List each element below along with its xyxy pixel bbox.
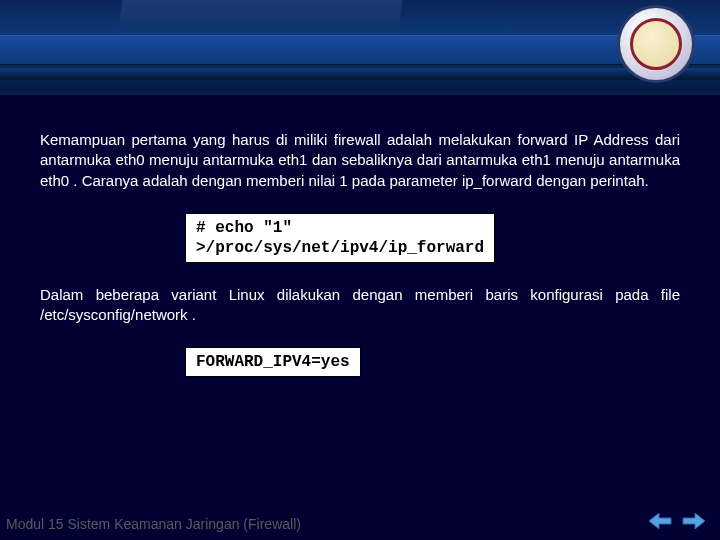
logo-inner (630, 18, 682, 70)
header-band-lower (0, 68, 720, 80)
code-block-1: # echo "1" >/proc/sys/net/ipv4/ip_forwar… (185, 213, 495, 263)
paragraph-1: Kemampuan pertama yang harus di miliki f… (40, 130, 680, 191)
code-line: >/proc/sys/net/ipv4/ip_forward (196, 239, 484, 257)
header-keyboard-graphic (118, 0, 403, 35)
logo-badge (617, 5, 695, 83)
arrow-left-icon (647, 511, 673, 531)
code-block-2: FORWARD_IPV4=yes (185, 347, 361, 377)
arrow-right-icon (681, 511, 707, 531)
code-line: FORWARD_IPV4=yes (196, 353, 350, 371)
next-button[interactable] (680, 510, 708, 532)
slide-header (0, 0, 720, 95)
slide-content: Kemampuan pertama yang harus di miliki f… (0, 95, 720, 377)
header-band (0, 35, 720, 65)
paragraph-2: Dalam beberapa variant Linux dilakukan d… (40, 285, 680, 326)
nav-controls (646, 510, 708, 532)
code-line: # echo "1" (196, 219, 292, 237)
svg-marker-1 (683, 513, 705, 529)
footer-text: Modul 15 Sistem Keamanan Jaringan (Firew… (6, 516, 301, 532)
svg-marker-0 (649, 513, 671, 529)
prev-button[interactable] (646, 510, 674, 532)
